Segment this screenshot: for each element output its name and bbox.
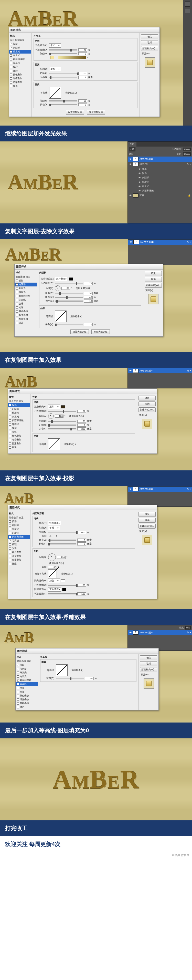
ok-button[interactable]: 确定: [138, 512, 156, 517]
fx-item[interactable]: 👁斜面和浮雕: [128, 189, 192, 193]
size-value[interactable]: 2: [78, 76, 87, 79]
ok-button[interactable]: 确定: [138, 396, 156, 401]
lock-trans-icon[interactable]: [135, 153, 139, 156]
style-item[interactable]: 等高线: [9, 61, 31, 65]
opacity-dd[interactable]: 100%: [183, 148, 191, 151]
blend-options[interactable]: 混合选项:自定: [14, 275, 37, 279]
style-item[interactable]: 纹理: [14, 302, 37, 305]
eye-icon[interactable]: 👁: [129, 158, 132, 161]
cancel-button[interactable]: 取消: [141, 40, 158, 45]
style-item[interactable]: 投影: [14, 279, 37, 283]
style-item[interactable]: 等高线: [14, 298, 37, 302]
fx-item[interactable]: 👁投影: [128, 171, 192, 175]
jitter-value[interactable]: 0: [78, 103, 87, 106]
blend-mode-select[interactable]: 柔光▾: [49, 43, 61, 48]
reset-default-button[interactable]: 复位为默认值: [91, 329, 110, 334]
cancel-button[interactable]: 取消: [144, 277, 162, 282]
style-item[interactable]: 斜面和浮雕: [9, 57, 31, 61]
angle-dial[interactable]: [48, 554, 56, 561]
style-item-selected[interactable]: 斜面和浮雕: [8, 535, 30, 539]
fx-item[interactable]: 👁内阴影: [128, 175, 192, 180]
set-default-button[interactable]: 设置为默认值: [66, 110, 84, 115]
blend-options[interactable]: 混合选项:自定: [9, 38, 31, 42]
new-style-button[interactable]: 新建样式(W)...: [144, 283, 162, 288]
new-style-button[interactable]: 新建样式(W)...: [138, 407, 156, 412]
new-style-button[interactable]: 新建样式(W)...: [140, 667, 157, 672]
fx-badge[interactable]: fx ▾: [187, 163, 191, 165]
style-item[interactable]: 图案叠加: [9, 80, 31, 84]
style-item[interactable]: 颜色叠加: [9, 73, 31, 76]
distance-slider[interactable]: [55, 293, 83, 294]
style-item[interactable]: 图案叠加: [14, 317, 37, 321]
size-slider[interactable]: [55, 301, 83, 302]
layer-row-copy[interactable]: 👁TAMBER 副本fx ▾: [128, 240, 192, 245]
style-item[interactable]: 内阴影: [9, 46, 31, 50]
style-item[interactable]: 光泽: [9, 69, 31, 73]
style-item[interactable]: 渐变叠加: [9, 76, 31, 80]
fill-dd[interactable]: 100%: [183, 153, 191, 156]
ok-button[interactable]: 确定: [141, 34, 158, 39]
lock-all-icon[interactable]: [149, 153, 152, 156]
layer-row-bg[interactable]: 👁背景🔒: [128, 193, 192, 198]
opacity-slider[interactable]: [55, 283, 83, 284]
method-select[interactable]: 平滑▾: [48, 526, 60, 530]
lock-pixels-icon[interactable]: [140, 153, 143, 156]
new-style-button[interactable]: 新建样式(W)...: [138, 524, 156, 528]
method-select[interactable]: 柔和▾: [49, 67, 61, 71]
ok-button[interactable]: 确定: [144, 271, 162, 276]
layers-tab[interactable]: 图层: [128, 142, 136, 146]
opacity-value[interactable]: 75: [78, 48, 87, 51]
blend-mode-dd[interactable]: 正常: [129, 147, 135, 151]
style-item[interactable]: 内发光: [14, 290, 37, 294]
style-item-selected[interactable]: 外发光: [9, 50, 31, 54]
style-item[interactable]: 纹理: [9, 65, 31, 69]
range-slider[interactable]: [49, 100, 77, 102]
fx-row[interactable]: 👁效果: [128, 167, 192, 171]
gloss-contour[interactable]: [48, 569, 57, 578]
fill-dd[interactable]: 0%: [185, 626, 191, 630]
contour-picker[interactable]: [55, 310, 67, 322]
eye-icon[interactable]: 👁: [129, 163, 132, 165]
color-swatch[interactable]: [50, 56, 54, 59]
noise-slider[interactable]: [55, 324, 83, 325]
layer-row[interactable]: 👁TAMBERfx ▾: [128, 162, 192, 167]
style-item-selected[interactable]: 等高线: [16, 682, 38, 686]
gradient-swatch[interactable]: [58, 56, 86, 59]
layer-row-copy[interactable]: 👁TAMBER 副本: [128, 156, 192, 162]
set-default-button[interactable]: 设置为默认值: [70, 329, 89, 334]
style-item[interactable]: 颜色叠加: [14, 310, 37, 313]
tool-icon[interactable]: [185, 2, 190, 7]
contour-picker[interactable]: [56, 664, 68, 676]
style-item[interactable]: 渐变叠加: [14, 313, 37, 317]
noise-value[interactable]: 0: [78, 52, 87, 55]
style-item[interactable]: 投影: [9, 42, 31, 46]
range-value[interactable]: 50: [78, 99, 87, 102]
style-item[interactable]: 光泽: [14, 305, 37, 310]
style-item-selected[interactable]: 投影: [8, 403, 30, 407]
noise-slider[interactable]: [49, 53, 77, 54]
tool-icon[interactable]: [185, 8, 190, 13]
contour-picker[interactable]: [48, 438, 60, 450]
style-item[interactable]: 斜面和浮雕: [14, 294, 37, 298]
style-select[interactable]: 浮雕效果▾: [48, 521, 61, 525]
style-item[interactable]: 描边: [14, 321, 37, 325]
opacity-slider[interactable]: [49, 49, 77, 51]
cancel-button[interactable]: 取消: [138, 518, 156, 523]
ok-button[interactable]: 确定: [140, 655, 157, 660]
cancel-button[interactable]: 取消: [140, 661, 157, 666]
fx-item[interactable]: 👁外发光: [128, 180, 192, 184]
style-item[interactable]: 描边: [9, 84, 31, 88]
jitter-slider[interactable]: [49, 104, 77, 105]
style-item-selected[interactable]: 内阴影: [14, 283, 37, 286]
blend-select[interactable]: 正片叠底▾: [55, 277, 68, 281]
choke-slider[interactable]: [55, 297, 83, 298]
fx-item[interactable]: 👁内发光: [128, 184, 192, 189]
shadow-color[interactable]: [69, 277, 73, 280]
blend-select[interactable]: 正常▾: [48, 404, 60, 409]
lock-pos-icon[interactable]: [144, 153, 148, 156]
reset-default-button[interactable]: 复位为默认值: [87, 110, 105, 115]
spread-value[interactable]: 100: [78, 72, 87, 75]
spread-slider[interactable]: [49, 73, 77, 74]
contour-picker[interactable]: [49, 87, 61, 99]
style-item[interactable]: 内发光: [9, 54, 31, 57]
